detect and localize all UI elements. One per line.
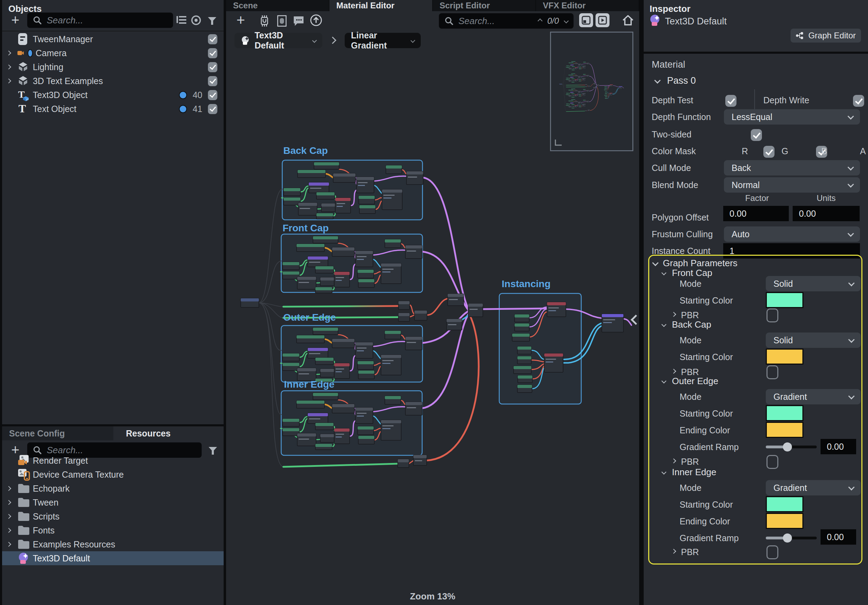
- visibility-checkbox[interactable]: [208, 62, 217, 72]
- comment-icon[interactable]: [292, 15, 305, 27]
- graph-search-input[interactable]: Search... 0/0: [439, 13, 574, 29]
- breadcrumb-root[interactable]: Text3D Default: [234, 33, 322, 48]
- front-cap-header[interactable]: Front Cap: [672, 268, 712, 278]
- search-next-icon[interactable]: [564, 19, 569, 23]
- visibility-checkbox[interactable]: [208, 34, 217, 44]
- resource-item-tween[interactable]: Tween: [2, 495, 224, 509]
- expand-chevron-icon[interactable]: [6, 514, 11, 519]
- front-cap-pbr-checkbox[interactable]: [766, 309, 778, 323]
- polygon-offset-units-input[interactable]: 0.00: [793, 206, 860, 221]
- blend-mode-label: Blend Mode: [652, 180, 698, 190]
- tab-resources[interactable]: Resources: [113, 427, 224, 440]
- tree-item-tweenmanager[interactable]: TweenManager: [2, 32, 224, 46]
- left-panel: Objects + Search... TweenManager: [2, 0, 224, 605]
- graph-node-text: [603, 319, 615, 320]
- cull-mode-dropdown[interactable]: Back: [724, 160, 860, 175]
- expand-chevron-icon[interactable]: [6, 51, 11, 56]
- node-graph[interactable]: [226, 0, 639, 605]
- resource-item-render-target[interactable]: Render Target: [2, 454, 224, 467]
- outer-edge-gradient-ramp-input[interactable]: 0.00: [820, 439, 856, 454]
- tab-vfx-editor[interactable]: VFX Editor: [536, 0, 639, 11]
- back-cap-mode-dropdown[interactable]: Solid: [766, 332, 861, 348]
- objects-search-input[interactable]: Search...: [27, 12, 173, 28]
- hierarchy-view-icon[interactable]: [175, 14, 188, 26]
- expand-chevron-icon[interactable]: [6, 542, 11, 547]
- tree-item-camera[interactable]: Camera: [2, 46, 224, 60]
- resource-item-examples-resources[interactable]: Examples Resources: [2, 537, 224, 551]
- back-cap-header[interactable]: Back Cap: [672, 319, 711, 330]
- tab-scene-config[interactable]: Scene Config: [2, 427, 113, 440]
- filter-icon[interactable]: [206, 15, 219, 27]
- playback-panel-toggle[interactable]: [595, 13, 609, 27]
- inner-edge-mode-dropdown[interactable]: Gradient: [766, 480, 861, 495]
- material-section-title: Material: [652, 59, 685, 70]
- snapshot-chip-icon[interactable]: [258, 15, 271, 27]
- tree-item-lighting[interactable]: Lighting: [2, 60, 224, 74]
- material-icon: [649, 14, 662, 26]
- depth-test-checkbox[interactable]: [725, 95, 736, 107]
- expand-chevron-icon[interactable]: [6, 79, 11, 84]
- outer-edge-header[interactable]: Outer Edge: [672, 376, 718, 386]
- visibility-checkbox[interactable]: [208, 48, 217, 58]
- expand-chevron-icon[interactable]: [6, 486, 11, 491]
- app-window: Objects + Search... TweenManager: [0, 0, 868, 605]
- inner-edge-gradient-ramp-input[interactable]: 0.00: [820, 529, 856, 544]
- depth-function-dropdown[interactable]: LessEqual: [724, 109, 860, 124]
- visibility-checkbox[interactable]: [208, 76, 217, 86]
- graph-node-header: [448, 294, 463, 297]
- gradient-ramp-slider-thumb[interactable]: [783, 534, 792, 543]
- search-prev-icon[interactable]: [538, 19, 542, 23]
- front-cap-mode-dropdown[interactable]: Solid: [766, 276, 861, 291]
- inner-edge-pbr-checkbox[interactable]: [766, 545, 778, 559]
- tab-script-editor[interactable]: Script Editor: [432, 0, 536, 11]
- front-cap-starting-color-swatch[interactable]: [766, 292, 803, 308]
- pass-header[interactable]: Pass 0: [667, 75, 696, 86]
- publish-icon[interactable]: [310, 14, 322, 26]
- outer-edge-starting-color-swatch[interactable]: [766, 405, 803, 421]
- resource-item-fonts[interactable]: Fonts: [2, 523, 224, 537]
- back-cap-pbr-checkbox[interactable]: [766, 365, 778, 379]
- home-icon[interactable]: [620, 12, 636, 28]
- blend-mode-dropdown[interactable]: Normal: [724, 177, 860, 192]
- polygon-offset-factor-input[interactable]: 0.00: [723, 206, 789, 221]
- gradient-ramp-slider-thumb[interactable]: [783, 442, 792, 451]
- inner-edge-starting-color-swatch[interactable]: [766, 496, 803, 512]
- tree-item-text-object[interactable]: T Text Object 41: [2, 102, 224, 116]
- device-camera-icon: [17, 468, 33, 481]
- add-node-button[interactable]: +: [234, 14, 247, 26]
- tree-item-3d-text-examples[interactable]: 3D Text Examples: [2, 74, 224, 88]
- gradient-ramp-slider-track[interactable]: [788, 445, 817, 448]
- add-object-button[interactable]: +: [8, 13, 22, 27]
- graph-editor-button[interactable]: Graph Editor: [790, 29, 861, 43]
- expand-chevron-icon[interactable]: [6, 65, 11, 70]
- resource-item-device-camera-texture[interactable]: Device Camera Texture: [2, 467, 224, 481]
- depth-write-checkbox[interactable]: [853, 95, 864, 107]
- tree-item-text3d-object[interactable]: T Text3D Object 40: [2, 88, 224, 102]
- tab-material-editor[interactable]: Material Editor: [329, 0, 432, 11]
- resource-item-text3d-default[interactable]: Text3D Default: [2, 551, 224, 565]
- inner-edge-ending-color-swatch[interactable]: [766, 513, 803, 529]
- visibility-checkbox[interactable]: [208, 104, 217, 114]
- back-cap-starting-color-swatch[interactable]: [766, 349, 803, 365]
- frame-icon[interactable]: [276, 15, 288, 27]
- outer-edge-mode-dropdown[interactable]: Gradient: [766, 389, 861, 404]
- visibility-checkbox[interactable]: [208, 90, 217, 100]
- color-mask-r-checkbox[interactable]: [763, 146, 775, 158]
- graph-parameters-header[interactable]: Graph Parameters: [663, 258, 738, 268]
- preview-panel-toggle[interactable]: [579, 13, 593, 27]
- depth-function-label: Depth Function: [652, 112, 711, 122]
- expand-chevron-icon[interactable]: [6, 528, 11, 533]
- minimap[interactable]: [550, 32, 633, 151]
- outer-edge-ending-color-swatch[interactable]: [766, 422, 803, 438]
- visibility-eye-icon[interactable]: [190, 14, 202, 26]
- gradient-ramp-slider-track[interactable]: [788, 537, 817, 540]
- expand-chevron-icon[interactable]: [6, 500, 11, 505]
- inner-edge-header[interactable]: Inner Edge: [672, 467, 716, 478]
- resource-item-scripts[interactable]: Scripts: [2, 509, 224, 523]
- breadcrumb-current[interactable]: Linear Gradient: [345, 33, 421, 48]
- resource-item-echopark[interactable]: Echopark: [2, 481, 224, 495]
- tab-scene[interactable]: Scene: [226, 0, 329, 11]
- frustum-culling-dropdown[interactable]: Auto: [724, 226, 860, 242]
- two-sided-checkbox[interactable]: [751, 129, 762, 141]
- outer-edge-pbr-checkbox[interactable]: [766, 455, 778, 469]
